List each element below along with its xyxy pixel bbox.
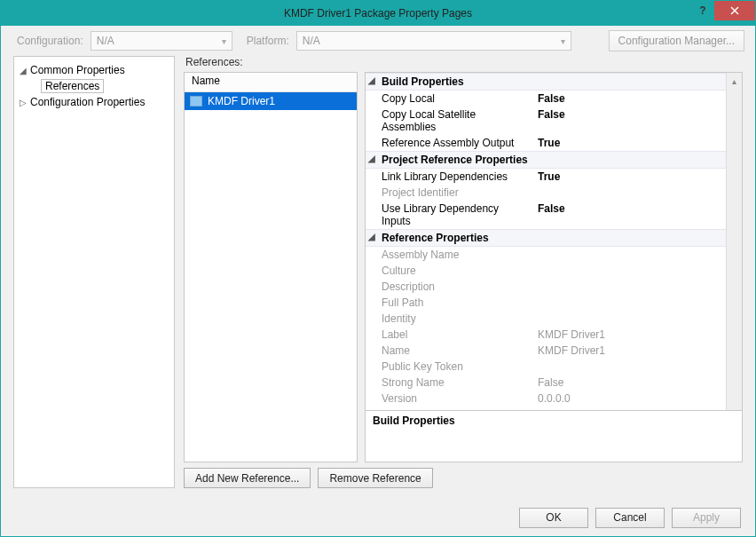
expand-icon[interactable]: ▷ — [18, 98, 28, 107]
grid-row[interactable]: Assembly Name — [366, 247, 726, 263]
platform-value: N/A — [303, 35, 320, 47]
grid-key: Assembly Name — [378, 247, 534, 263]
scroll-up-icon[interactable]: ▴ — [727, 73, 742, 89]
grid-row[interactable]: Project Identifier — [366, 185, 726, 201]
grid-row[interactable]: Copy LocalFalse — [366, 91, 726, 107]
references-list[interactable]: Name KMDF Driver1 — [184, 72, 358, 462]
grid-section-header[interactable]: ◢Project Reference Properties — [366, 151, 726, 169]
grid-row[interactable]: Strong NameFalse — [366, 375, 726, 391]
list-item-selected[interactable]: KMDF Driver1 — [185, 92, 357, 110]
grid-value: False — [534, 375, 726, 391]
grid-row[interactable]: LabelKMDF Driver1 — [366, 327, 726, 343]
tree-item-references[interactable]: References — [41, 78, 170, 94]
chevron-down-icon: ▾ — [561, 36, 565, 46]
grid-value — [534, 295, 726, 311]
grid-key: Project Identifier — [378, 185, 534, 201]
references-caption: References: — [184, 56, 743, 72]
grid-value: False — [534, 201, 726, 229]
platform-combo[interactable]: N/A ▾ — [296, 31, 571, 51]
grid-key: Full Path — [378, 295, 534, 311]
property-pages-dialog: KMDF Driver1 Package Property Pages ? Co… — [0, 0, 756, 537]
close-icon — [730, 6, 739, 15]
property-grid[interactable]: ◢Build PropertiesCopy LocalFalseCopy Loc… — [366, 73, 726, 410]
grid-key: Reference Assembly Output — [378, 135, 534, 151]
cancel-button[interactable]: Cancel — [595, 508, 665, 528]
chevron-down-icon: ▾ — [222, 36, 226, 46]
configuration-value: N/A — [97, 35, 114, 47]
grid-value: KMDF Driver1 — [534, 327, 726, 343]
description-pane: Build Properties — [365, 411, 743, 462]
help-button[interactable]: ? — [691, 1, 714, 20]
close-button[interactable] — [714, 1, 755, 20]
grid-key: Link Library Dependencies — [378, 169, 534, 185]
grid-key: Use Library Dependency Inputs — [378, 201, 534, 229]
grid-key: Label — [378, 327, 534, 343]
collapse-icon[interactable]: ◢ — [18, 66, 28, 75]
grid-key: Copy Local — [378, 91, 534, 107]
collapse-icon[interactable]: ◢ — [366, 74, 378, 90]
config-toolbar: Configuration: N/A ▾ Platform: N/A ▾ Con… — [1, 26, 755, 56]
grid-key: Culture — [378, 263, 534, 279]
platform-label: Platform: — [247, 35, 289, 47]
project-icon — [190, 96, 202, 107]
list-item-label: KMDF Driver1 — [208, 95, 275, 107]
grid-row[interactable]: Public Key Token — [366, 359, 726, 375]
grid-section-header[interactable]: ◢Reference Properties — [366, 229, 726, 247]
add-new-reference-button[interactable]: Add New Reference... — [184, 468, 311, 488]
grid-row[interactable]: Link Library DependenciesTrue — [366, 169, 726, 185]
grid-key: Name — [378, 343, 534, 359]
grid-row[interactable]: Description — [366, 279, 726, 295]
configuration-label: Configuration: — [17, 35, 83, 47]
window-title: KMDF Driver1 Package Property Pages — [284, 7, 472, 20]
grid-value — [534, 185, 726, 201]
grid-key: Copy Local Satellite Assemblies — [378, 107, 534, 135]
grid-row[interactable]: Reference Assembly OutputTrue — [366, 135, 726, 151]
grid-key: Description — [378, 279, 534, 295]
grid-row[interactable]: NameKMDF Driver1 — [366, 343, 726, 359]
grid-value: KMDF Driver1 — [534, 343, 726, 359]
tree-item-configuration-properties[interactable]: ▷ Configuration Properties — [18, 94, 170, 110]
grid-key: Public Key Token — [378, 359, 534, 375]
grid-value: True — [534, 135, 726, 151]
grid-key: Version — [378, 391, 534, 407]
grid-row[interactable]: Use Library Dependency InputsFalse — [366, 201, 726, 229]
description-title: Build Properties — [373, 415, 735, 427]
titlebar[interactable]: KMDF Driver1 Package Property Pages ? — [1, 1, 755, 26]
configuration-manager-button[interactable]: Configuration Manager... — [609, 30, 744, 51]
collapse-icon[interactable]: ◢ — [366, 152, 378, 168]
grid-row[interactable]: Identity — [366, 311, 726, 327]
grid-section-header[interactable]: ◢Build Properties — [366, 73, 726, 91]
grid-row[interactable]: Copy Local Satellite AssembliesFalse — [366, 107, 726, 135]
dialog-footer: OK Cancel Apply — [1, 499, 755, 536]
grid-value — [534, 247, 726, 263]
grid-value — [534, 311, 726, 327]
grid-row[interactable]: Version0.0.0.0 — [366, 391, 726, 407]
grid-row[interactable]: Full Path — [366, 295, 726, 311]
remove-reference-button[interactable]: Remove Reference — [318, 468, 432, 488]
grid-value — [534, 359, 726, 375]
grid-value: False — [534, 91, 726, 107]
scrollbar-vertical[interactable]: ▴ — [726, 73, 742, 410]
configuration-combo[interactable]: N/A ▾ — [91, 31, 232, 51]
apply-button[interactable]: Apply — [672, 508, 741, 528]
grid-key: Identity — [378, 311, 534, 327]
window-controls: ? — [691, 1, 755, 20]
grid-value: False — [534, 107, 726, 135]
grid-value: 0.0.0.0 — [534, 391, 726, 407]
grid-value: True — [534, 169, 726, 185]
tree-item-common-properties[interactable]: ◢ Common Properties — [18, 62, 170, 78]
list-header-name[interactable]: Name — [185, 73, 357, 92]
grid-key: Strong Name — [378, 375, 534, 391]
collapse-icon[interactable]: ◢ — [366, 230, 378, 246]
grid-value — [534, 279, 726, 295]
ok-button[interactable]: OK — [519, 508, 588, 528]
grid-row[interactable]: Culture — [366, 263, 726, 279]
grid-value — [534, 263, 726, 279]
category-tree[interactable]: ◢ Common Properties References ▷ Configu… — [13, 56, 175, 488]
